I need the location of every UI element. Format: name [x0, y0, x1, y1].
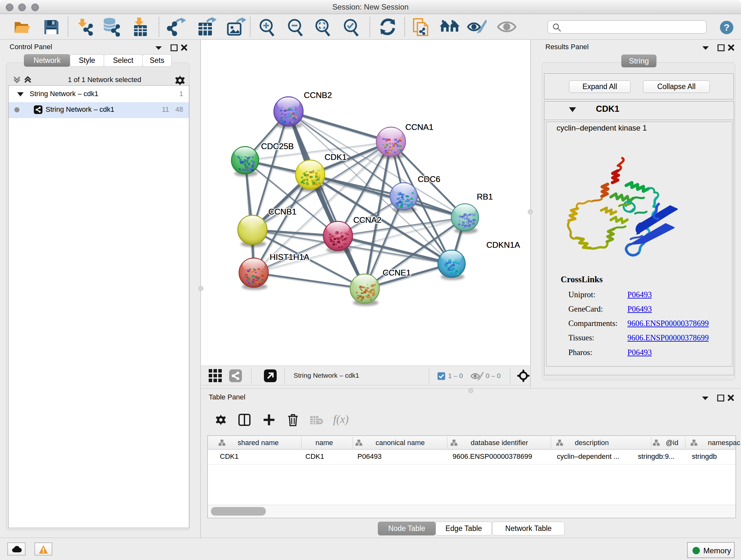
svg-text:?: ? — [724, 22, 730, 33]
svg-text:CCNA1: CCNA1 — [405, 122, 433, 132]
svg-text:CDC25B: CDC25B — [261, 141, 294, 151]
svg-text:CCNA2: CCNA2 — [353, 215, 381, 225]
svg-text:HIST1H1A: HIST1H1A — [270, 252, 310, 262]
svg-text:CDKN1A: CDKN1A — [486, 240, 520, 250]
svg-text:CCNB2: CCNB2 — [304, 90, 332, 100]
svg-text:RB1: RB1 — [477, 192, 493, 201]
svg-text:CCNE1: CCNE1 — [383, 268, 411, 277]
svg-text:CDK1: CDK1 — [325, 152, 347, 162]
svg-text:CCNB1: CCNB1 — [268, 207, 296, 216]
svg-text:CDC6: CDC6 — [418, 174, 441, 184]
